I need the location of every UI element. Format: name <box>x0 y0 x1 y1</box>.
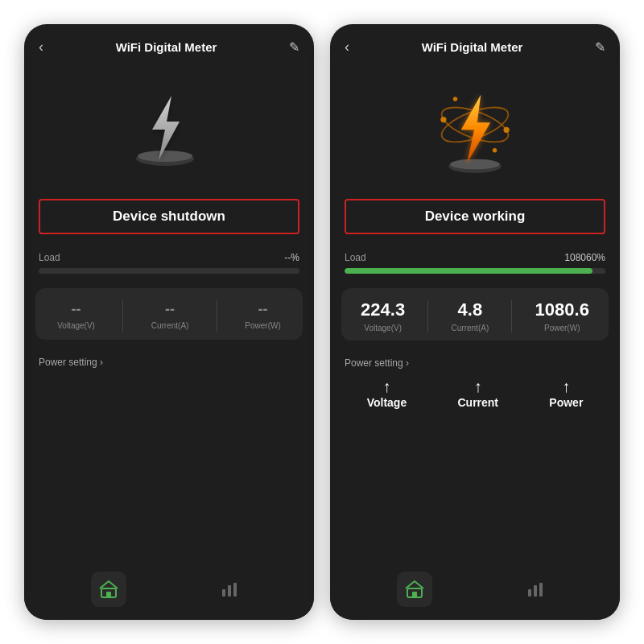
right-voltage-label: Voltage(V) <box>364 324 402 332</box>
svg-point-1 <box>138 151 192 162</box>
left-chart-nav[interactable] <box>212 572 247 607</box>
right-home-nav[interactable] <box>397 572 432 607</box>
left-voltage: -- Voltage(V) <box>57 301 95 330</box>
svg-rect-20 <box>534 585 537 597</box>
left-home-nav[interactable] <box>91 572 126 607</box>
right-load-row: Load 108060% <box>345 252 605 263</box>
right-bottom-nav <box>330 564 620 620</box>
left-phone: ‹ WiFi Digital Meter ✎ <box>24 24 314 620</box>
power-annotation-label: Power <box>549 396 583 409</box>
left-title: WiFi Digital Meter <box>116 40 217 54</box>
right-load-bar-fill <box>345 268 592 274</box>
svg-rect-21 <box>539 583 543 597</box>
left-power-setting-link[interactable]: Power setting › <box>39 357 103 368</box>
current-arrow-icon: ↑ <box>474 378 482 396</box>
left-divider-1 <box>122 299 123 332</box>
left-metrics-card: -- Voltage(V) -- Current(A) -- Power(W) <box>35 288 303 340</box>
right-status-box: Device working <box>345 199 605 234</box>
power-arrow-icon: ↑ <box>562 378 570 396</box>
left-current: -- Current(A) <box>151 301 189 330</box>
current-annotation-label: Current <box>457 396 498 409</box>
right-status-text: Device working <box>425 208 526 225</box>
left-metrics-row: -- Voltage(V) -- Current(A) -- Power(W) <box>43 299 295 332</box>
right-voltage: 224.3 Voltage(V) <box>361 299 405 332</box>
left-power-value: -- <box>258 301 268 318</box>
voltage-arrow-icon: ↑ <box>382 378 390 396</box>
right-chart-icon <box>526 580 545 599</box>
svg-point-12 <box>453 97 457 101</box>
right-header: ‹ WiFi Digital Meter ✎ <box>330 24 620 64</box>
right-power-setting[interactable]: Power setting › <box>330 350 620 378</box>
right-phone: ‹ WiFi Digital Meter ✎ <box>330 24 620 620</box>
right-home-icon <box>405 580 424 599</box>
right-load-label: Load <box>345 252 366 263</box>
right-illustration <box>330 64 620 192</box>
left-load-label: Load <box>39 252 60 263</box>
left-load-section: Load --% <box>24 241 314 279</box>
svg-point-10 <box>440 117 446 122</box>
right-power-setting-link[interactable]: Power setting › <box>345 357 409 369</box>
right-voltage-value: 224.3 <box>361 299 405 320</box>
left-illustration <box>24 64 314 192</box>
left-power-label: Power(W) <box>245 321 280 330</box>
left-load-value: --% <box>284 252 299 263</box>
right-power-value: 1080.6 <box>535 299 589 320</box>
left-current-label: Current(A) <box>151 321 189 330</box>
svg-marker-2 <box>152 96 180 160</box>
svg-marker-16 <box>461 95 490 163</box>
annotation-current: ↑ Current <box>457 378 498 409</box>
svg-rect-6 <box>228 585 231 597</box>
left-back-icon[interactable]: ‹ <box>39 39 43 56</box>
svg-rect-4 <box>106 592 111 597</box>
left-bolt-icon <box>133 88 197 168</box>
right-load-bar-bg <box>345 268 605 274</box>
right-orbit-container <box>435 84 515 180</box>
svg-rect-5 <box>222 589 225 597</box>
left-bolt-container <box>133 88 205 176</box>
svg-point-13 <box>493 148 497 152</box>
right-load-value: 108060% <box>564 252 605 263</box>
right-power-label: Power(W) <box>544 324 580 332</box>
svg-rect-7 <box>233 583 237 597</box>
left-power-setting[interactable]: Power setting › <box>24 349 314 377</box>
right-metrics-row: 224.3 Voltage(V) 4.8 Current(A) 1080.6 P… <box>349 299 601 332</box>
left-voltage-value: -- <box>72 301 81 318</box>
right-back-icon[interactable]: ‹ <box>345 39 349 56</box>
left-home-icon <box>99 580 118 599</box>
right-metrics-card: 224.3 Voltage(V) 4.8 Current(A) 1080.6 P… <box>341 288 609 341</box>
left-power: -- Power(W) <box>245 301 280 330</box>
left-voltage-label: Voltage(V) <box>57 321 95 330</box>
right-divider-2 <box>511 300 512 332</box>
right-power: 1080.6 Power(W) <box>535 299 589 332</box>
annotation-container: ↑ Voltage ↑ Current ↑ Power <box>330 378 620 414</box>
left-header: ‹ WiFi Digital Meter ✎ <box>24 24 314 64</box>
right-edit-icon[interactable]: ✎ <box>595 39 605 55</box>
svg-point-15 <box>450 159 500 170</box>
annotation-voltage: ↑ Voltage <box>367 378 407 409</box>
app-wrapper: ‹ WiFi Digital Meter ✎ <box>0 0 644 644</box>
right-divider-1 <box>427 300 428 332</box>
left-bottom-nav <box>24 564 314 620</box>
right-load-section: Load 108060% <box>330 241 620 279</box>
svg-point-11 <box>503 127 509 133</box>
right-bolt-icon <box>435 80 515 184</box>
left-status-text: Device shutdown <box>113 208 225 225</box>
svg-rect-18 <box>412 592 417 597</box>
left-edit-icon[interactable]: ✎ <box>289 39 299 55</box>
left-load-bar-bg <box>39 268 299 274</box>
left-current-value: -- <box>165 301 175 318</box>
right-current: 4.8 Current(A) <box>452 299 489 332</box>
left-load-row: Load --% <box>39 252 299 263</box>
right-title: WiFi Digital Meter <box>422 40 523 54</box>
left-status-box: Device shutdown <box>39 199 299 234</box>
left-chart-icon <box>220 580 239 599</box>
right-current-label: Current(A) <box>452 324 489 332</box>
right-chart-nav[interactable] <box>518 572 553 607</box>
left-divider-2 <box>217 299 217 332</box>
right-current-value: 4.8 <box>458 299 483 320</box>
voltage-annotation-label: Voltage <box>367 396 407 409</box>
svg-rect-19 <box>528 589 531 597</box>
annotation-power: ↑ Power <box>549 378 583 409</box>
